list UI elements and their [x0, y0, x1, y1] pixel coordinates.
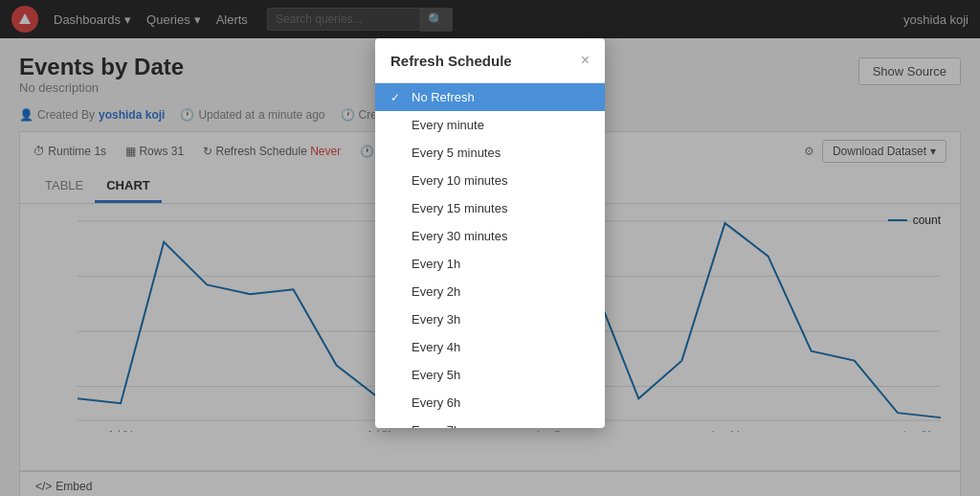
refresh-schedule-modal: Refresh Schedule × ✓No RefreshEvery minu… — [375, 38, 605, 428]
option-label: Every 10 minutes — [412, 173, 507, 188]
option-label: Every 30 minutes — [412, 229, 507, 243]
option-label: Every 5h — [412, 368, 460, 382]
modal-option-every_5m[interactable]: Every 5 minutes — [375, 139, 605, 167]
option-label: Every 7h — [412, 423, 460, 428]
modal-option-every_6h[interactable]: Every 6h — [375, 389, 605, 417]
option-label: No Refresh — [412, 90, 475, 104]
modal-option-every_5h[interactable]: Every 5h — [375, 361, 605, 389]
modal-options-list: ✓No RefreshEvery minuteEvery 5 minutesEv… — [375, 83, 605, 428]
modal-close-button[interactable]: × — [581, 52, 590, 69]
modal-option-every_minute[interactable]: Every minute — [375, 111, 605, 139]
modal-title: Refresh Schedule — [390, 53, 512, 69]
modal-option-every_3h[interactable]: Every 3h — [375, 305, 605, 333]
option-label: Every 2h — [412, 284, 460, 299]
modal-overlay[interactable]: Refresh Schedule × ✓No RefreshEvery minu… — [0, 0, 980, 496]
modal-option-every_1h[interactable]: Every 1h — [375, 250, 605, 278]
option-label: Every 4h — [412, 340, 460, 354]
modal-option-every_4h[interactable]: Every 4h — [375, 333, 605, 361]
modal-option-no_refresh[interactable]: ✓No Refresh — [375, 83, 605, 111]
modal-option-every_7h[interactable]: Every 7h — [375, 417, 605, 428]
check-icon: ✓ — [390, 91, 404, 104]
option-label: Every 15 minutes — [412, 201, 507, 215]
option-label: Every 6h — [412, 395, 460, 410]
option-label: Every 3h — [412, 312, 460, 327]
option-label: Every minute — [412, 118, 484, 132]
option-label: Every 5 minutes — [412, 146, 501, 160]
modal-option-every_10m[interactable]: Every 10 minutes — [375, 167, 605, 194]
option-label: Every 1h — [412, 257, 460, 271]
modal-option-every_15m[interactable]: Every 15 minutes — [375, 194, 605, 222]
modal-option-every_2h[interactable]: Every 2h — [375, 278, 605, 305]
modal-header: Refresh Schedule × — [375, 38, 605, 83]
modal-option-every_30m[interactable]: Every 30 minutes — [375, 222, 605, 250]
